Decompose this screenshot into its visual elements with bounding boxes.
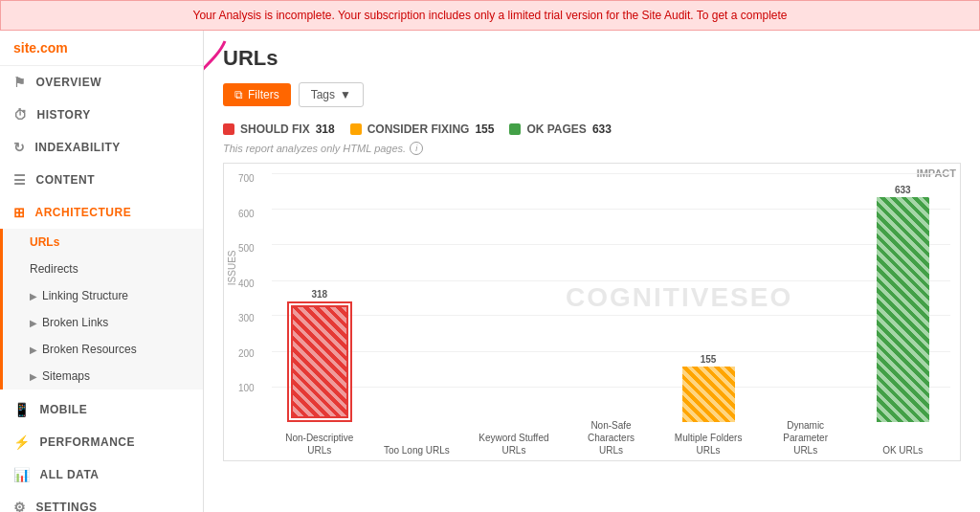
info-icon: i (410, 142, 423, 155)
sidebar-item-content[interactable]: ☰ CONTENT (0, 164, 203, 196)
ok-pages-count: 633 (592, 122, 612, 136)
arrow-icon: ▶ (30, 291, 37, 301)
bar-label-non-descriptive: Non-DescriptiveURLs (278, 432, 360, 456)
sidebar-item-indexability[interactable]: ↻ INDEXABILITY (0, 131, 203, 164)
sidebar-item-label: SETTINGS (36, 501, 98, 512)
sidebar-item-settings[interactable]: ⚙ SETTINGS (0, 491, 203, 512)
bar-multiple-folders (682, 367, 735, 422)
sidebar-subitem-redirects[interactable]: Redirects (3, 256, 203, 282)
y-label-300: 300 (238, 313, 255, 323)
sidebar-subitem-linking-structure[interactable]: ▶ Linking Structure (3, 282, 203, 309)
should-fix-label: SHOULD FIX (240, 122, 310, 136)
sidebar-item-label: HISTORY (37, 108, 91, 122)
bar-label-non-safe: Non-Safe CharactersURLs (573, 419, 650, 456)
sidebar-item-label: INDEXABILITY (35, 141, 121, 154)
filter-icon: ⧉ (234, 88, 243, 101)
main-content: URLs ⧉ Filters Tags ▼ SHOULD FIX 318 CON… (204, 31, 980, 512)
overview-icon: ⚑ (13, 75, 27, 90)
y-label-200: 200 (238, 348, 255, 359)
arrow-icon: ▶ (30, 318, 37, 328)
architecture-icon: ⊞ (13, 205, 26, 220)
sidebar-item-label: PERFORMANCE (40, 435, 136, 449)
bar-group-too-long[interactable]: Too Long URLs (369, 173, 465, 422)
stat-ok-pages: OK PAGES 633 (509, 122, 612, 136)
bar-label-multiple-folders: Multiple FoldersURLs (670, 432, 746, 456)
ok-pages-dot (509, 123, 521, 135)
sidebar-item-history[interactable]: ⏱ HISTORY (0, 99, 203, 131)
sidebar-item-label: ALL DATA (40, 468, 100, 481)
tags-button[interactable]: Tags ▼ (299, 82, 364, 107)
sidebar-item-architecture[interactable]: ⊞ ARCHITECTURE (0, 196, 203, 229)
bar-group-multiple-folders[interactable]: 155 Multiple FoldersURLs (660, 173, 756, 422)
sidebar: site.com ⚑ OVERVIEW ⏱ HISTORY ↻ INDEXABI… (0, 31, 204, 512)
sidebar-item-label: OVERVIEW (36, 76, 101, 89)
toolbar: ⧉ Filters Tags ▼ (223, 82, 961, 107)
sidebar-item-performance[interactable]: ⚡ PERFORMANCE (0, 426, 203, 458)
arrow-icon: ▶ (30, 371, 37, 382)
sidebar-subitem-sitemaps[interactable]: ▶ Sitemaps (3, 363, 203, 390)
redirects-label: Redirects (30, 262, 78, 276)
bar-non-descriptive (291, 305, 348, 418)
consider-fixing-count: 155 (475, 122, 494, 136)
sidebar-subitem-broken-resources[interactable]: ▶ Broken Resources (3, 336, 203, 363)
bar-selected-wrapper (287, 301, 352, 422)
y-axis-label: ISSUES (227, 250, 237, 285)
y-label-400: 400 (238, 278, 255, 289)
bar-value-ok-urls: 633 (895, 185, 911, 195)
bar-label-keyword-stuffed: Keyword StuffedURLs (476, 432, 552, 456)
bar-label-ok-urls: OK URLs (864, 444, 941, 456)
bar-group-non-safe[interactable]: Non-Safe CharactersURLs (564, 173, 659, 422)
y-label-100: 100 (238, 383, 255, 393)
tags-dropdown-icon: ▼ (340, 88, 351, 101)
stat-should-fix: SHOULD FIX 318 (223, 122, 335, 136)
sidebar-item-label: ARCHITECTURE (35, 206, 132, 219)
indexability-icon: ↻ (13, 140, 26, 155)
bar-group-dynamic-parameter[interactable]: Dynamic ParameterURLs (758, 173, 854, 422)
sidebar-item-label: MOBILE (40, 403, 88, 416)
settings-icon: ⚙ (13, 500, 27, 512)
should-fix-dot (223, 123, 234, 135)
urls-label: URLs (30, 235, 59, 249)
y-label-500: 500 (238, 243, 255, 254)
sidebar-item-label: CONTENT (36, 173, 96, 187)
sidebar-item-overview[interactable]: ⚑ OVERVIEW (0, 66, 203, 99)
y-axis: 700 600 500 400 300 200 100 (238, 173, 255, 393)
bar-label-too-long: Too Long URLs (378, 444, 455, 456)
arrow-icon: ▶ (30, 345, 37, 355)
bar-value-non-descriptive: 318 (311, 289, 327, 300)
history-icon: ⏱ (13, 107, 28, 122)
bar-label-dynamic-parameter: Dynamic ParameterURLs (768, 419, 844, 456)
stats-bar: SHOULD FIX 318 CONSIDER FIXING 155 OK PA… (223, 122, 961, 136)
incomplete-banner: Your Analysis is incomplete. Your subscr… (0, 0, 980, 31)
broken-resources-label: Broken Resources (42, 343, 137, 356)
chart-bars: COGNITIVESEO 318 Non-DescriptiveURLs Too… (272, 173, 950, 422)
report-note: This report analyzes only HTML pages. i (223, 142, 961, 155)
performance-icon: ⚡ (13, 434, 31, 450)
bar-group-non-descriptive[interactable]: 318 Non-DescriptiveURLs (272, 173, 368, 422)
y-label-600: 600 (238, 209, 255, 219)
chart-container: IMPACT ISSUES 700 600 500 400 300 200 10… (223, 163, 961, 461)
mobile-icon: 📱 (13, 402, 31, 417)
y-label-700: 700 (238, 173, 255, 184)
sidebar-item-mobile[interactable]: 📱 MOBILE (0, 393, 203, 426)
consider-fixing-dot (350, 123, 362, 135)
linking-structure-label: Linking Structure (42, 289, 128, 302)
consider-fixing-label: CONSIDER FIXING (368, 122, 470, 136)
stat-consider-fixing: CONSIDER FIXING 155 (350, 122, 495, 136)
sidebar-item-all-data[interactable]: 📊 ALL DATA (0, 458, 203, 491)
content-icon: ☰ (13, 172, 27, 188)
architecture-submenu: URLs Redirects ▶ Linking Structure ▶ Bro… (0, 229, 203, 390)
bar-value-multiple-folders: 155 (701, 354, 717, 365)
sitemaps-label: Sitemaps (42, 369, 90, 383)
should-fix-count: 318 (316, 122, 335, 136)
ok-pages-label: OK PAGES (526, 122, 586, 136)
all-data-icon: 📊 (13, 467, 31, 482)
sidebar-subitem-urls[interactable]: URLs (3, 229, 203, 256)
bar-ok-urls (877, 197, 929, 422)
bar-group-ok-urls[interactable]: 633 OK URLs (855, 173, 950, 422)
sidebar-logo[interactable]: site.com (0, 31, 203, 66)
sidebar-subitem-broken-links[interactable]: ▶ Broken Links (3, 309, 203, 336)
bar-group-keyword-stuffed[interactable]: Keyword StuffedURLs (466, 173, 562, 422)
filters-button[interactable]: ⧉ Filters (223, 83, 291, 106)
page-title: URLs (223, 46, 961, 71)
